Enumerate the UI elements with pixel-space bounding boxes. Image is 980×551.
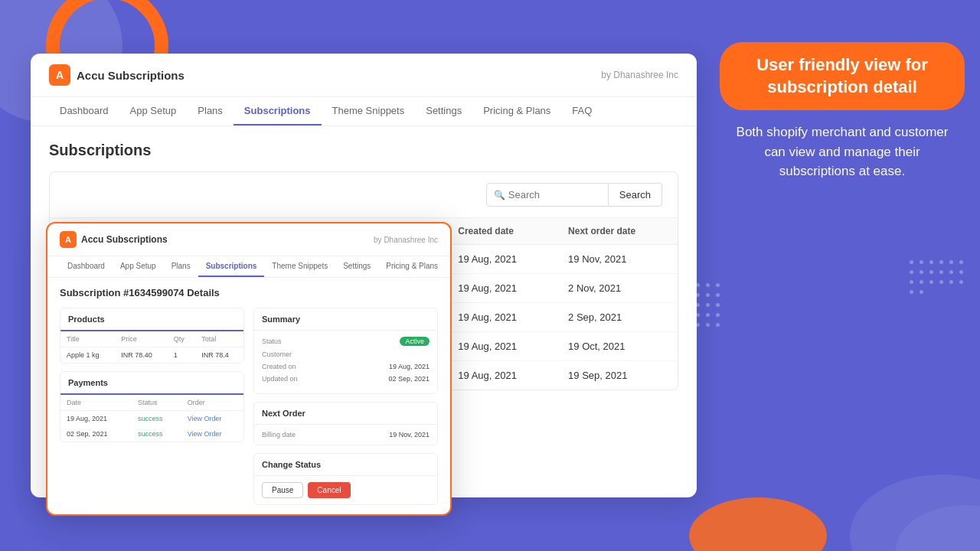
- cell-created: 19 Aug, 2021: [446, 303, 556, 332]
- products-col-total: Total: [195, 331, 243, 347]
- summary-updated-value: 02 Sep, 2021: [388, 375, 430, 383]
- nav-tab-settings[interactable]: Settings: [415, 97, 472, 126]
- detail-nav-pricing[interactable]: Pricing & Plans: [378, 256, 446, 277]
- product-total: INR 78.4: [195, 347, 243, 364]
- detail-nav-dashboard[interactable]: Dashboard: [60, 256, 113, 277]
- view-order-link[interactable]: View Order: [188, 415, 222, 422]
- payments-title: Payments: [60, 372, 243, 395]
- dots-decoration-far-right: [910, 260, 963, 294]
- next-order-section: Next Order Billing date 19 Nov, 2021: [253, 402, 438, 445]
- next-order-body: Billing date 19 Nov, 2021: [254, 425, 437, 445]
- cell-created: 19 Aug, 2021: [446, 332, 556, 361]
- payment-date: 19 Aug, 2021: [60, 411, 132, 427]
- billing-date-label: Billing date: [262, 431, 296, 439]
- change-status-section: Change Status Pause Cancel: [253, 453, 438, 505]
- payment-order: View Order: [181, 411, 243, 427]
- payments-col-order: Order: [181, 395, 243, 411]
- cell-created: 19 Aug, 2021: [446, 274, 556, 303]
- page-title: Subscriptions: [49, 142, 678, 159]
- summary-status-value: Active: [400, 337, 430, 346]
- summary-created-value: 19 Aug, 2021: [389, 363, 430, 370]
- payments-row: 19 Aug, 2021 success View Order: [60, 411, 243, 427]
- cell-created: 19 Aug, 2021: [446, 245, 556, 274]
- summary-title: Summary: [254, 308, 437, 331]
- nav-tab-faq[interactable]: FAQ: [561, 97, 603, 126]
- detail-nav: Dashboard App Setup Plans Subscriptions …: [47, 256, 450, 278]
- summary-created-label: Created on: [262, 363, 296, 370]
- summary-customer-row: Customer: [262, 350, 430, 358]
- detail-nav-plans[interactable]: Plans: [164, 256, 198, 277]
- app-header: A Accu Subscriptions by Dhanashree Inc: [31, 54, 697, 97]
- summary-updated-label: Updated on: [262, 375, 298, 383]
- pause-button[interactable]: Pause: [262, 482, 303, 498]
- cell-next-order: 2 Nov, 2021: [556, 274, 678, 303]
- billing-date-row: Billing date 19 Nov, 2021: [262, 431, 430, 439]
- next-order-title: Next Order: [254, 403, 437, 425]
- info-description: Both shopify merchant and customer can v…: [720, 122, 965, 181]
- nav-tab-subscriptions[interactable]: Subscriptions: [234, 97, 322, 126]
- summary-created-row: Created on 19 Aug, 2021: [262, 363, 430, 370]
- view-order-link[interactable]: View Order: [188, 430, 222, 438]
- detail-content: Subscription #1634599074 Details Product…: [47, 278, 450, 514]
- change-status-body: Pause Cancel: [254, 476, 437, 504]
- payments-table: Date Status Order 19 Aug, 2021 success V…: [60, 395, 243, 442]
- summary-body: Status Active Customer Created on 19 Aug…: [254, 331, 437, 393]
- payment-status: success: [132, 426, 181, 442]
- detail-nav-subscriptions[interactable]: Subscriptions: [198, 256, 265, 277]
- payments-section: Payments Date Status Order 19 Aug, 2021: [60, 371, 244, 442]
- cell-next-order: 19 Nov, 2021: [556, 245, 678, 274]
- search-input-wrap: 🔍 Search: [486, 183, 662, 207]
- app-logo-area: A Accu Subscriptions: [49, 64, 185, 86]
- detail-logo-icon: A: [60, 231, 77, 248]
- detail-nav-settings[interactable]: Settings: [335, 256, 378, 277]
- info-panel: User friendly view for subscription deta…: [720, 42, 965, 181]
- product-title: Apple 1 kg: [60, 347, 115, 364]
- payments-header-row: Date Status Order: [60, 395, 243, 411]
- products-col-price: Price: [115, 331, 168, 347]
- orange-br: [689, 497, 827, 551]
- nav-tab-plans[interactable]: Plans: [187, 97, 234, 126]
- payments-col-date: Date: [60, 395, 132, 411]
- products-title: Products: [60, 308, 243, 331]
- svg-point-0: [850, 474, 980, 551]
- nav-tab-pricing-plans[interactable]: Pricing & Plans: [472, 97, 561, 126]
- app-title: Accu Subscriptions: [77, 69, 185, 82]
- cancel-button[interactable]: Cancel: [308, 482, 350, 498]
- product-qty: 1: [168, 347, 195, 364]
- products-col-title: Title: [60, 331, 115, 347]
- change-status-title: Change Status: [254, 454, 437, 476]
- col-next-order-date: Next order date: [556, 218, 678, 245]
- payment-status: success: [132, 411, 181, 427]
- detail-nav-faq[interactable]: FAQ: [446, 256, 452, 277]
- detail-page-title: Subscription #1634599074 Details: [60, 287, 438, 298]
- detail-overlay-card: A Accu Subscriptions by Dhanashree Inc D…: [46, 222, 452, 516]
- info-badge: User friendly view for subscription deta…: [720, 42, 965, 110]
- product-price: INR 78.40: [115, 347, 168, 364]
- products-header-row: Title Price Qty Total: [60, 331, 243, 347]
- summary-section: Summary Status Active Customer Created o…: [253, 308, 438, 394]
- table-toolbar: 🔍 Search: [50, 172, 678, 218]
- svg-point-1: [896, 505, 980, 551]
- payments-row: 02 Sep, 2021 success View Order: [60, 426, 243, 442]
- detail-nav-app-setup[interactable]: App Setup: [113, 256, 164, 277]
- payments-col-status: Status: [132, 395, 181, 411]
- app-by-text: by Dhanashree Inc: [601, 70, 678, 80]
- nav-tab-app-setup[interactable]: App Setup: [119, 97, 188, 126]
- col-created-date: Created date: [446, 218, 556, 245]
- summary-customer-label: Customer: [262, 350, 292, 358]
- detail-by-text: by Dhanashree Inc: [374, 236, 438, 244]
- nav-tab-theme-snippets[interactable]: Theme Snippets: [322, 97, 416, 126]
- detail-right-col: Summary Status Active Customer Created o…: [253, 308, 438, 505]
- search-button[interactable]: Search: [609, 183, 662, 207]
- detail-nav-theme-snippets[interactable]: Theme Snippets: [264, 256, 335, 277]
- cell-next-order: 19 Sep, 2021: [556, 361, 678, 390]
- cell-next-order: 19 Oct, 2021: [556, 332, 678, 361]
- nav-tab-dashboard[interactable]: Dashboard: [49, 97, 119, 126]
- detail-grid: Products Title Price Qty Total: [60, 308, 438, 505]
- app-logo-icon: A: [49, 64, 70, 86]
- products-section: Products Title Price Qty Total: [60, 308, 244, 364]
- search-icon: 🔍: [494, 190, 505, 201]
- cell-created: 19 Aug, 2021: [446, 361, 556, 390]
- detail-logo-area: A Accu Subscriptions: [60, 231, 168, 248]
- products-col-qty: Qty: [168, 331, 195, 347]
